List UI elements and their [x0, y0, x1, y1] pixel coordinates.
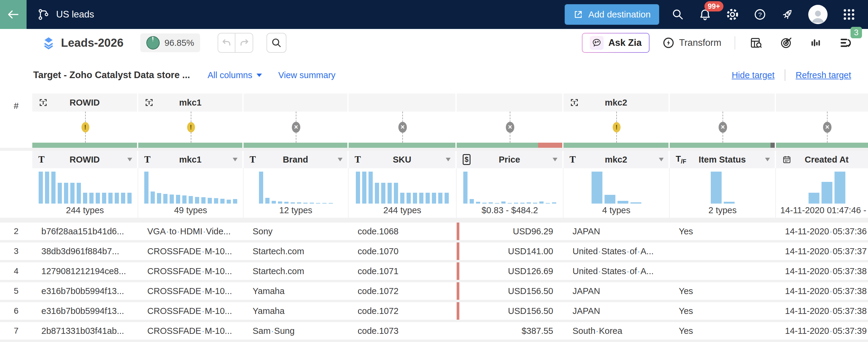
cell-brand[interactable]: Startech.com — [244, 242, 349, 260]
cell-item-status[interactable]: Yes — [670, 302, 776, 320]
column-menu-caret-icon[interactable] — [233, 158, 238, 161]
cell-brand[interactable]: Yamaha — [244, 282, 349, 300]
row-number[interactable]: 7 — [0, 326, 32, 336]
cell-created-at[interactable]: 14-11-2020·05:37:36 — [776, 223, 868, 240]
undo-button[interactable] — [218, 33, 236, 52]
mapping-warning-icon[interactable]: ! — [187, 122, 195, 132]
histogram-cell-sku[interactable]: 244 types — [349, 168, 457, 218]
cell-mkc2[interactable]: South·Korea — [563, 322, 670, 340]
quality-bar-cell[interactable] — [670, 143, 776, 148]
settings-gear-icon[interactable] — [725, 7, 739, 22]
cell-item-status[interactable] — [670, 262, 776, 280]
column-header-rowid[interactable]: TROWID — [32, 151, 138, 168]
column-menu-caret-icon[interactable] — [553, 158, 557, 161]
mini-bar-chart[interactable] — [32, 170, 137, 204]
all-columns-dropdown[interactable]: All columns — [208, 70, 262, 80]
column-header-mkc1[interactable]: Tmkc1 — [138, 151, 244, 168]
quality-segment-green[interactable] — [32, 143, 137, 148]
quality-bar-cell[interactable] — [244, 143, 349, 148]
preview-table-icon[interactable] — [749, 36, 763, 50]
quality-bar-cell[interactable] — [776, 143, 868, 148]
cell-sku[interactable]: code.1072 — [349, 282, 457, 300]
histogram-cell-rowid[interactable]: 244 types — [32, 168, 138, 218]
histogram-cell-brand[interactable]: 12 types — [244, 168, 349, 218]
cell-mkc2[interactable]: United·States·of·A... — [563, 242, 670, 260]
quality-segment-green[interactable] — [670, 143, 771, 148]
target-mapping-cell[interactable] — [349, 94, 457, 111]
quality-segment-dark[interactable] — [771, 143, 775, 148]
metrics-bars-icon[interactable] — [809, 36, 823, 49]
mini-bar-chart[interactable] — [349, 170, 456, 204]
target-mapping-cell[interactable] — [776, 94, 868, 111]
cell-rowid[interactable]: 38db3d961f884b7... — [32, 242, 138, 260]
cell-sku[interactable]: code.1071 — [349, 262, 457, 280]
data-quality-badge[interactable]: 96.85% — [140, 33, 200, 52]
cell-created-at[interactable]: 14-11-2020·05:37:38 — [776, 282, 868, 300]
cell-item-status[interactable]: Yes — [670, 223, 776, 240]
column-header-mkc2[interactable]: Tmkc2 — [563, 151, 670, 168]
quality-segment-red[interactable] — [538, 143, 563, 148]
row-number[interactable]: 6 — [0, 306, 32, 316]
quality-segment-green[interactable] — [776, 143, 868, 148]
back-button[interactable] — [0, 0, 27, 29]
cell-price[interactable]: USD156.50 — [457, 282, 563, 300]
applied-steps-icon[interactable]: 3 — [839, 36, 853, 50]
cell-price[interactable]: USD141.00 — [457, 242, 563, 260]
cell-mkc1[interactable]: VGA·to·HDMI·Vide... — [138, 223, 244, 240]
notifications-bell-icon[interactable]: 99+ — [699, 8, 712, 21]
quality-segment-green[interactable] — [563, 143, 669, 148]
quality-segment-green[interactable] — [349, 143, 456, 148]
mapping-unmapped-icon[interactable]: × — [292, 122, 300, 133]
target-mapping-cell-mkc1[interactable]: Tmkc1 — [138, 94, 244, 111]
histogram-cell-price[interactable]: $0.83 - $484.2 — [457, 168, 563, 218]
column-menu-caret-icon[interactable] — [127, 158, 132, 161]
cell-mkc2[interactable]: JAPAN — [563, 302, 670, 320]
cell-mkc1[interactable]: CROSSFADE·M-10... — [138, 302, 244, 320]
quality-segment-green[interactable] — [138, 143, 242, 148]
row-number[interactable]: 2 — [0, 227, 32, 236]
histogram-cell-mkc2[interactable]: 4 types — [563, 168, 670, 218]
cell-mkc1[interactable]: CROSSFADE·M-10... — [138, 322, 244, 340]
mapping-unmapped-icon[interactable]: × — [823, 122, 832, 133]
column-menu-caret-icon[interactable] — [338, 158, 343, 161]
cell-rowid[interactable]: b76f28aa151b41d6... — [32, 223, 138, 240]
quality-segment-green[interactable] — [244, 143, 347, 148]
user-avatar[interactable] — [808, 5, 828, 24]
hide-target-link[interactable]: Hide target — [732, 70, 774, 80]
cell-price[interactable]: USD96.29 — [457, 223, 563, 240]
cell-mkc1[interactable]: CROSSFADE·M-10... — [138, 242, 244, 260]
row-number[interactable]: 3 — [0, 246, 32, 256]
mini-bar-chart[interactable] — [457, 170, 563, 204]
cell-brand[interactable]: Sony — [244, 223, 349, 240]
column-header-brand[interactable]: TBrand — [244, 151, 349, 168]
histogram-cell-created-at[interactable]: 14-11-2020 01:47:46 - 1 — [776, 168, 868, 218]
search-icon[interactable] — [671, 8, 684, 21]
cell-sku[interactable]: code.1072 — [349, 302, 457, 320]
cell-created-at[interactable]: 14-11-2020·05:37:38 — [776, 302, 868, 320]
cell-created-at[interactable]: 14-11-2020·05:37:37 — [776, 242, 868, 260]
cell-created-at[interactable]: 14-11-2020·05:37:39 — [776, 322, 868, 340]
mapping-warning-icon[interactable]: ! — [613, 122, 621, 132]
cell-rowid[interactable]: e316b7b0b5994f13... — [32, 282, 138, 300]
transform-button[interactable]: Transform — [662, 36, 721, 49]
column-menu-caret-icon[interactable] — [659, 158, 664, 161]
view-summary-link[interactable]: View summary — [278, 70, 336, 80]
cell-sku[interactable]: code.1073 — [349, 322, 457, 340]
cell-mkc1[interactable]: CROSSFADE·M-10... — [138, 282, 244, 300]
mapping-unmapped-icon[interactable]: × — [506, 122, 514, 133]
mini-bar-chart[interactable] — [138, 170, 243, 204]
row-number[interactable]: 4 — [0, 266, 32, 276]
target-mapping-cell[interactable] — [244, 94, 349, 111]
cell-price[interactable]: USD126.69 — [457, 262, 563, 280]
column-header-created-at[interactable]: Created At — [776, 151, 868, 168]
mini-bar-chart[interactable] — [244, 170, 348, 204]
quality-bar-cell[interactable] — [457, 143, 563, 148]
quality-segment-green[interactable] — [457, 143, 538, 148]
apps-grid-icon[interactable] — [841, 7, 857, 22]
rocket-icon[interactable] — [780, 7, 794, 22]
row-number[interactable]: 5 — [0, 286, 32, 296]
add-destination-button[interactable]: Add destination — [565, 4, 659, 25]
histogram-cell-mkc1[interactable]: 49 types — [138, 168, 244, 218]
cell-rowid[interactable]: 1279081212194ce8... — [32, 262, 138, 280]
cell-mkc2[interactable]: JAPAN — [563, 223, 670, 240]
